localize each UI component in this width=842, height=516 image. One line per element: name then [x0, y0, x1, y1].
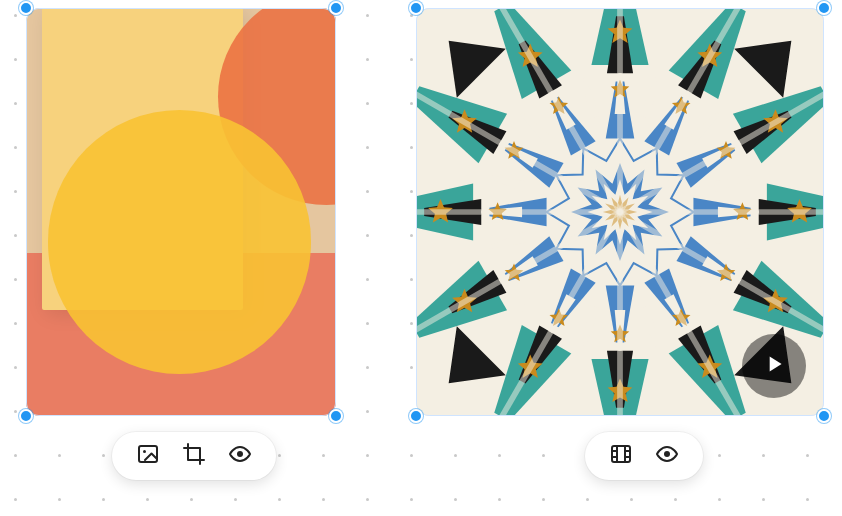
image-icon	[136, 442, 160, 470]
svg-rect-0	[139, 446, 157, 462]
resize-handle-bottom-right[interactable]	[329, 409, 343, 423]
mosaic-pattern-video[interactable]	[416, 8, 824, 416]
video-frame-button[interactable]	[607, 442, 635, 470]
video-frame-wrapper[interactable]	[416, 8, 824, 416]
design-canvas	[0, 0, 842, 516]
resize-handle-bottom-left[interactable]	[19, 409, 33, 423]
play-button[interactable]	[742, 334, 806, 398]
svg-point-1	[143, 450, 146, 453]
crop-icon	[182, 442, 206, 470]
svg-point-115	[664, 451, 670, 457]
eye-icon	[228, 442, 252, 470]
eye-icon	[655, 442, 679, 470]
svg-rect-108	[612, 446, 630, 462]
svg-point-2	[237, 451, 243, 457]
visibility-button[interactable]	[226, 442, 254, 470]
resize-handle-top-right[interactable]	[817, 1, 831, 15]
film-icon	[609, 442, 633, 470]
resize-handle-top-left[interactable]	[409, 1, 423, 15]
resize-handle-bottom-left[interactable]	[409, 409, 423, 423]
resize-handle-bottom-right[interactable]	[817, 409, 831, 423]
image-frame-wrapper[interactable]	[26, 8, 336, 416]
resize-handle-top-left[interactable]	[19, 1, 33, 15]
crop-button[interactable]	[180, 442, 208, 470]
resize-handle-top-right[interactable]	[329, 1, 343, 15]
play-icon	[761, 351, 787, 381]
image-content	[26, 8, 336, 416]
image-toolbar	[112, 432, 276, 480]
video-toolbar	[585, 432, 703, 480]
insert-image-button[interactable]	[134, 442, 162, 470]
visibility-button[interactable]	[653, 442, 681, 470]
abstract-shapes-image[interactable]	[26, 8, 336, 416]
